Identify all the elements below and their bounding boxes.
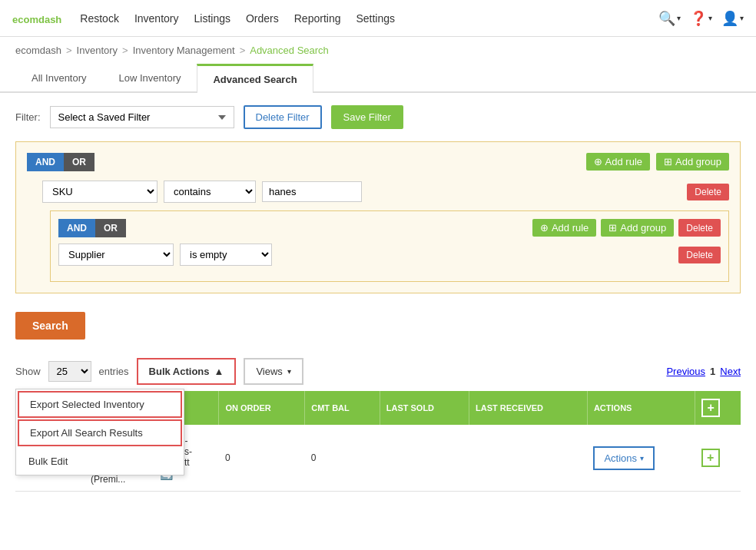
row-cmt-bal: 0 (305, 425, 380, 492)
actions-label: Actions (604, 452, 637, 464)
top-nav: ecomdash Restock Inventory Listings Orde… (0, 0, 756, 37)
breadcrumb-sep3: > (240, 45, 246, 56)
sub-add-group-label: Add group (620, 222, 666, 234)
sub-rule-row: Supplier is empty Delete (58, 244, 721, 266)
sub-rule-delete-button[interactable]: Delete (678, 247, 721, 263)
help-caret: ▾ (708, 14, 712, 22)
rule1-field-select[interactable]: SKU (42, 181, 158, 203)
sub-delete-group-button[interactable]: Delete (678, 219, 721, 237)
nav-listings[interactable]: Listings (194, 12, 230, 25)
search-caret: ▾ (677, 14, 681, 22)
account-nav-button[interactable]: 👤▾ (721, 10, 744, 27)
filter-row: Filter: Select a Saved Filter Delete Fil… (0, 93, 756, 141)
sub-and-button[interactable]: AND (58, 219, 95, 237)
logo-prefix: ecom (12, 14, 38, 25)
sub-add-rule-label: Add rule (552, 222, 589, 234)
sub-add-rule-button[interactable]: ⊕ Add rule (532, 219, 596, 237)
pagination-previous[interactable]: Previous (666, 366, 705, 377)
breadcrumb-ecomdash[interactable]: ecomdash (15, 45, 61, 56)
rule1-condition-select[interactable]: contains (164, 181, 256, 203)
sub-rule-controls: ⊕ Add rule ⊞ Add group Delete (532, 219, 721, 237)
nav-reporting[interactable]: Reporting (294, 12, 341, 25)
filter-label: Filter: (15, 111, 41, 123)
bulk-actions-label: Bulk Actions (149, 366, 210, 377)
show-entries-select[interactable]: 25 50 100 (48, 361, 91, 382)
bulk-dropdown-export-all[interactable]: Export All Search Results (18, 419, 182, 446)
pagination: Previous 1 Next (666, 366, 741, 377)
entries-label: entries (99, 366, 129, 377)
tab-all-inventory[interactable]: All Inventory (15, 64, 103, 93)
add-rule-label: Add rule (605, 156, 642, 167)
nav-links: Restock Inventory Listings Orders Report… (80, 12, 658, 25)
logo[interactable]: ecomdash (12, 9, 61, 27)
tabs-container: All Inventory Low Inventory Advanced Sea… (0, 64, 756, 93)
row-last-received (469, 425, 588, 492)
header-last-received: LAST RECEIVED (469, 391, 588, 425)
nav-icons: 🔍▾ ❓▾ 👤▾ (658, 10, 744, 27)
bulk-actions-caret-up: ▲ (214, 366, 224, 377)
bulk-actions-dropdown: Export Selected Inventory Export All Sea… (15, 389, 184, 475)
breadcrumb-sep2: > (122, 45, 128, 56)
nav-orders[interactable]: Orders (246, 12, 279, 25)
search-button-row: Search (0, 306, 756, 352)
rule1-value-input[interactable] (262, 181, 362, 202)
search-button[interactable]: Search (15, 312, 85, 340)
header-cmt-bal: CMT BAL (305, 391, 380, 425)
tab-low-inventory[interactable]: Low Inventory (103, 64, 197, 93)
views-caret: ▾ (287, 367, 291, 376)
account-caret: ▾ (740, 14, 744, 22)
rule-row-1: SKU contains Delete (42, 181, 729, 203)
rule1-delete-button[interactable]: Delete (687, 184, 729, 200)
table-controls: Show 25 50 100 entries Bulk Actions ▲ Vi… (0, 352, 756, 391)
add-group-label: Add group (675, 156, 721, 167)
header-on-order: ON ORDER (219, 391, 305, 425)
bulk-dropdown-export-selected[interactable]: Export Selected Inventory (18, 391, 182, 418)
help-nav-button[interactable]: ❓▾ (690, 10, 712, 27)
sub-plus-icon: ⊕ (540, 222, 549, 234)
sub-group: AND OR ⊕ Add rule ⊞ Add group Delete Sup… (50, 210, 729, 282)
breadcrumb-current: Advanced Search (250, 45, 329, 56)
tab-advanced-search[interactable]: Advanced Search (197, 64, 313, 93)
sub-logic-buttons: AND OR (58, 219, 126, 237)
plus-group-icon: ⊞ (664, 156, 672, 167)
header-add: + (695, 391, 741, 425)
nav-inventory[interactable]: Inventory (134, 12, 179, 25)
plus-icon: ⊕ (594, 156, 602, 167)
row-add-button[interactable]: + (701, 449, 720, 467)
pagination-next[interactable]: Next (720, 366, 741, 377)
views-button[interactable]: Views ▾ (244, 358, 303, 385)
breadcrumb-sep1: > (66, 45, 72, 56)
top-add-rule-button[interactable]: ⊕ Add rule (586, 153, 650, 171)
header-actions: ACTIONS (587, 391, 695, 425)
add-column-button[interactable]: + (701, 399, 720, 417)
save-filter-button[interactable]: Save Filter (331, 105, 403, 129)
breadcrumb-inventory-management[interactable]: Inventory Management (133, 45, 235, 56)
breadcrumb-inventory[interactable]: Inventory (77, 45, 118, 56)
sub-condition-select[interactable]: is empty (180, 244, 272, 266)
search-nav-button[interactable]: 🔍▾ (658, 10, 681, 27)
top-add-group-button[interactable]: ⊞ Add group (656, 153, 729, 171)
top-or-button[interactable]: OR (64, 153, 94, 171)
sub-or-button[interactable]: OR (95, 219, 126, 237)
row-on-order: 0 (219, 425, 305, 492)
row-actions-button[interactable]: Actions ▾ (593, 446, 655, 470)
bulk-actions-button[interactable]: Bulk Actions ▲ (137, 358, 237, 385)
top-and-button[interactable]: AND (27, 153, 64, 171)
logo-suffix: dash (38, 14, 61, 25)
sub-add-group-button[interactable]: ⊞ Add group (601, 219, 674, 237)
pagination-current: 1 (710, 366, 715, 377)
breadcrumb: ecomdash > Inventory > Inventory Managem… (0, 37, 756, 64)
nav-restock[interactable]: Restock (80, 12, 119, 25)
top-logic-buttons: AND OR (27, 153, 94, 171)
filter-builder: AND OR ⊕ Add rule ⊞ Add group SKU contai… (15, 141, 741, 293)
top-rule-controls: ⊕ Add rule ⊞ Add group (586, 153, 729, 171)
show-label: Show (15, 366, 41, 377)
actions-caret: ▾ (640, 454, 644, 462)
sub-field-select[interactable]: Supplier (58, 244, 174, 266)
row-actions-cell: Actions ▾ (587, 425, 695, 492)
bulk-dropdown-bulk-edit[interactable]: Bulk Edit (16, 448, 184, 475)
sub-plus-group-icon: ⊞ (608, 222, 617, 234)
nav-settings[interactable]: Settings (356, 12, 395, 25)
filter-select[interactable]: Select a Saved Filter (50, 106, 234, 128)
delete-filter-button[interactable]: Delete Filter (244, 105, 322, 129)
